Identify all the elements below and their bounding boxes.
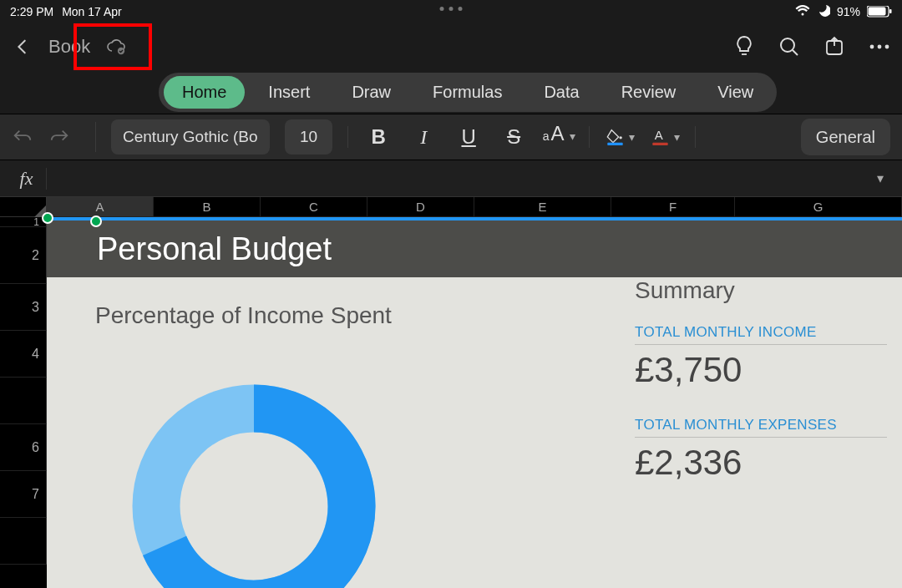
undo-button[interactable] [12, 126, 33, 148]
row-header-2[interactable]: 2 [0, 227, 47, 284]
svg-rect-2 [889, 9, 892, 13]
battery-icon [867, 6, 892, 18]
font-family-picker[interactable]: Century Gothic (Bo [111, 119, 270, 155]
sheet-title-text: Personal Budget [97, 231, 332, 267]
row-header-blank[interactable] [0, 378, 47, 424]
svg-point-9 [878, 45, 882, 49]
wifi-icon [795, 5, 810, 19]
row-header-blank[interactable] [0, 518, 47, 565]
svg-point-10 [885, 45, 889, 49]
column-header-A[interactable]: A [47, 197, 154, 217]
svg-line-6 [793, 50, 798, 55]
expenses-value: £2,336 [635, 443, 887, 483]
svg-point-11 [620, 136, 622, 139]
search-icon[interactable] [778, 36, 800, 58]
back-button[interactable] [12, 36, 33, 58]
redo-button[interactable] [48, 126, 70, 148]
tab-data[interactable]: Data [525, 76, 597, 109]
share-icon[interactable] [823, 36, 845, 58]
underline-button[interactable]: U [454, 122, 484, 152]
tab-home[interactable]: Home [164, 76, 245, 109]
column-header-F[interactable]: F [611, 197, 735, 217]
tab-draw[interactable]: Draw [333, 76, 409, 109]
multitask-dots-icon[interactable] [440, 7, 463, 11]
row-header-1[interactable]: 1 [0, 217, 47, 227]
income-label: TOTAL MONTHLY INCOME [635, 324, 887, 345]
column-header-B[interactable]: B [154, 197, 261, 217]
summary-heading: Summary [635, 277, 887, 304]
highlight-annotation [73, 23, 152, 70]
income-value: £3,750 [635, 350, 887, 390]
italic-button[interactable]: I [408, 122, 438, 152]
svg-point-5 [781, 38, 794, 52]
tab-insert[interactable]: Insert [250, 76, 328, 109]
row-header-7[interactable]: 7 [0, 471, 47, 518]
column-header-D[interactable]: D [367, 197, 474, 217]
more-options-icon[interactable] [869, 36, 890, 58]
svg-rect-12 [607, 143, 622, 145]
column-header-G[interactable]: G [735, 197, 902, 217]
svg-point-8 [870, 45, 874, 49]
svg-text:A: A [655, 128, 663, 142]
summary-panel: Summary TOTAL MONTHLY INCOME £3,750 TOTA… [635, 277, 902, 509]
column-header-C[interactable]: C [261, 197, 367, 217]
tab-view[interactable]: View [699, 76, 772, 109]
budget-panel: Percentage of Income Spent Summary TOTAL… [47, 277, 902, 588]
status-date: Mon 17 Apr [62, 5, 122, 18]
fill-color-button[interactable]: ▾ [605, 122, 635, 152]
number-format-picker[interactable]: General [801, 119, 890, 155]
font-size-toggle-button[interactable]: aA▾ [544, 122, 574, 152]
select-all-corner[interactable] [0, 197, 47, 217]
ipad-status-bar: 2:29 PM Mon 17 Apr 91% [0, 0, 902, 23]
sheet-banner: Personal Budget [47, 220, 902, 277]
tab-formulas[interactable]: Formulas [414, 76, 520, 109]
fx-label[interactable]: fx [7, 168, 47, 190]
strikethrough-button[interactable]: S [499, 122, 529, 152]
ideas-lightbulb-icon[interactable] [733, 36, 755, 58]
spreadsheet-area[interactable]: ABCDEFG 123467 Personal Budget Percentag… [0, 197, 902, 588]
bold-button[interactable]: B [363, 122, 393, 152]
selection-marquee [47, 217, 902, 220]
svg-rect-1 [869, 8, 886, 16]
tab-review[interactable]: Review [603, 76, 695, 109]
home-toolbar: Century Gothic (Bo 10 B I U S aA▾ ▾ A ▾ … [0, 114, 902, 160]
row-header-4[interactable]: 4 [0, 331, 47, 378]
selection-handle-left[interactable] [42, 212, 53, 224]
formula-expand-chevron-icon[interactable]: ▾ [865, 170, 895, 186]
dnd-moon-icon [817, 4, 830, 20]
selection-handle-right[interactable] [90, 215, 102, 227]
column-header-E[interactable]: E [474, 197, 611, 217]
svg-rect-14 [652, 143, 667, 145]
ribbon-tabs: HomeInsertDrawFormulasDataReviewView [0, 70, 902, 114]
battery-percent: 91% [837, 5, 860, 18]
font-size-picker[interactable]: 10 [285, 119, 332, 155]
row-header-3[interactable]: 3 [0, 284, 47, 331]
row-header-6[interactable]: 6 [0, 424, 47, 471]
status-time: 2:29 PM [10, 5, 53, 18]
font-color-button[interactable]: A ▾ [650, 122, 680, 152]
expenses-label: TOTAL MONTHLY EXPENSES [635, 417, 887, 438]
formula-bar: fx ▾ [0, 160, 902, 197]
